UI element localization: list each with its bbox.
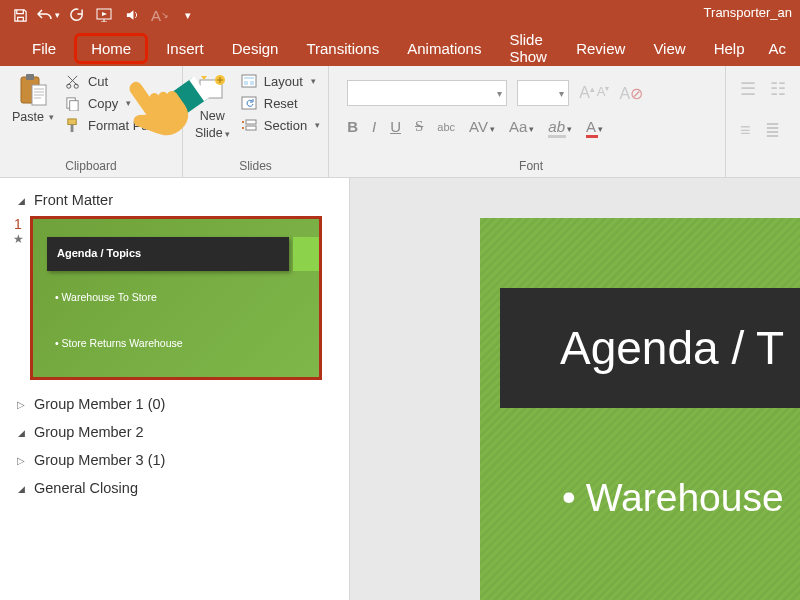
align-left-icon[interactable]: ≡ <box>740 120 751 142</box>
strike-button[interactable]: S <box>415 118 423 135</box>
caret-icon <box>16 481 26 495</box>
font-color-button[interactable]: A▾ <box>586 118 603 135</box>
paste-label: Paste <box>12 110 44 124</box>
tab-animations[interactable]: Animations <box>393 34 495 63</box>
format-painter-label: Format Painter <box>88 118 174 133</box>
qat-customize-icon[interactable]: ▾ <box>174 1 202 29</box>
paste-button[interactable]: Paste▾ <box>8 70 58 134</box>
tab-insert[interactable]: Insert <box>152 34 218 63</box>
slide-thumbnail[interactable]: Agenda / Topics • Warehouse To Store • S… <box>30 216 322 380</box>
outline-pane[interactable]: Front Matter 1 ★ Agenda / Topics • Wareh… <box>0 178 350 600</box>
align-center-icon[interactable]: ≣ <box>765 120 780 142</box>
caret-icon <box>16 397 26 411</box>
text-shadow-button[interactable]: abc <box>437 121 455 133</box>
slides-group-label: Slides <box>191 157 320 175</box>
bold-button[interactable]: B <box>347 118 358 135</box>
svg-rect-2 <box>26 74 34 80</box>
highlight-button[interactable]: ab▾ <box>548 118 572 135</box>
clear-format-icon[interactable]: A⊘ <box>619 84 643 103</box>
svg-rect-15 <box>250 81 254 85</box>
tab-transitions[interactable]: Transitions <box>292 34 393 63</box>
section-label: General Closing <box>34 480 138 496</box>
tab-help[interactable]: Help <box>700 34 759 63</box>
svg-rect-13 <box>244 77 254 79</box>
change-case-button[interactable]: Aa▾ <box>509 118 534 135</box>
decrease-font-icon[interactable]: A▾ <box>597 84 610 102</box>
tab-slideshow[interactable]: Slide Show <box>495 25 562 71</box>
underline-button[interactable]: U <box>390 118 401 135</box>
title-bar: ▾ A↘ ▾ Transporter_an <box>0 0 800 30</box>
group-paragraph: ☰ ☷ ≡ ≣ <box>726 66 800 177</box>
section-button[interactable]: Section▾ <box>240 116 320 134</box>
bullets-icon[interactable]: ☰ <box>740 78 756 100</box>
tab-file[interactable]: File <box>18 34 70 63</box>
copy-button[interactable]: Copy▾ <box>64 94 174 112</box>
slide-bullet-1[interactable]: Warehouse <box>562 476 784 520</box>
increase-font-icon[interactable]: A▴ <box>579 84 595 102</box>
format-painter-icon <box>64 116 82 134</box>
layout-button[interactable]: Layout▾ <box>240 72 320 90</box>
save-icon[interactable] <box>6 1 34 29</box>
tab-home[interactable]: Home <box>74 33 148 64</box>
slide-number: 1 <box>6 216 30 232</box>
caret-icon <box>16 425 26 439</box>
section-front-matter[interactable]: Front Matter <box>0 186 349 214</box>
redo-icon[interactable] <box>62 1 90 29</box>
group-font: ▾ ▾ A▴ A▾ A⊘ B I U S abc AV▾ Aa▾ ab▾ A▾ … <box>329 66 726 177</box>
slide[interactable]: Agenda / T Warehouse <box>480 218 800 600</box>
font-group-label: Font <box>337 157 725 175</box>
section-label: Section <box>264 118 307 133</box>
tab-design[interactable]: Design <box>218 34 293 63</box>
section-label: Front Matter <box>34 192 113 208</box>
reset-icon <box>240 94 258 112</box>
reset-button[interactable]: Reset <box>240 94 320 112</box>
ribbon: Paste▾ Cut Copy▾ Format Painter Clipboar… <box>0 66 800 178</box>
slide-thumbnail-row[interactable]: 1 ★ Agenda / Topics • Warehouse To Store… <box>0 214 349 390</box>
clipboard-group-label: Clipboard <box>8 157 174 175</box>
svg-rect-9 <box>71 124 74 132</box>
cut-button[interactable]: Cut <box>64 72 174 90</box>
numbering-icon[interactable]: ☷ <box>770 78 786 100</box>
copy-label: Copy <box>88 96 118 111</box>
font-family-combo[interactable]: ▾ <box>347 80 507 106</box>
section-label: Group Member 2 <box>34 424 144 440</box>
new-slide-button[interactable]: New Slide▾ <box>191 70 234 143</box>
section-label: Group Member 1 (0) <box>34 396 165 412</box>
layout-label: Layout <box>264 74 303 89</box>
paste-icon <box>16 72 50 108</box>
start-from-beginning-icon[interactable] <box>90 1 118 29</box>
svg-rect-14 <box>244 81 248 85</box>
document-title: Transporter_an <box>704 5 792 20</box>
new-slide-icon <box>195 72 229 108</box>
char-spacing-button[interactable]: AV▾ <box>469 118 495 135</box>
thumb-bullet-1: • Warehouse To Store <box>55 291 157 303</box>
svg-rect-17 <box>246 120 256 124</box>
slide-title[interactable]: Agenda / T <box>500 288 800 408</box>
clear-formatting-icon: A↘ <box>146 1 174 29</box>
svg-rect-19 <box>242 121 244 123</box>
slide-canvas[interactable]: Agenda / T Warehouse <box>350 178 800 600</box>
tab-view[interactable]: View <box>639 34 699 63</box>
undo-icon[interactable]: ▾ <box>34 1 62 29</box>
group-clipboard: Paste▾ Cut Copy▾ Format Painter Clipboar… <box>0 66 183 177</box>
svg-rect-8 <box>68 118 76 124</box>
cut-label: Cut <box>88 74 108 89</box>
tab-acrobat[interactable]: Ac <box>758 34 800 63</box>
new-slide-label-top: New <box>200 110 225 124</box>
section-group-member-3[interactable]: Group Member 3 (1) <box>0 446 349 474</box>
section-group-member-2[interactable]: Group Member 2 <box>0 418 349 446</box>
copy-icon <box>64 94 82 112</box>
format-painter-button[interactable]: Format Painter <box>64 116 174 134</box>
svg-rect-7 <box>70 100 78 110</box>
volume-icon[interactable] <box>118 1 146 29</box>
section-group-member-1[interactable]: Group Member 1 (0) <box>0 390 349 418</box>
section-general-closing[interactable]: General Closing <box>0 474 349 502</box>
thumb-title: Agenda / Topics <box>47 237 289 271</box>
font-size-combo[interactable]: ▾ <box>517 80 569 106</box>
section-label: Group Member 3 (1) <box>34 452 165 468</box>
tab-review[interactable]: Review <box>562 34 639 63</box>
caret-icon <box>16 453 26 467</box>
italic-button[interactable]: I <box>372 118 376 135</box>
thumb-accent <box>293 237 319 271</box>
group-slides: New Slide▾ Layout▾ Reset Section▾ <box>183 66 329 177</box>
